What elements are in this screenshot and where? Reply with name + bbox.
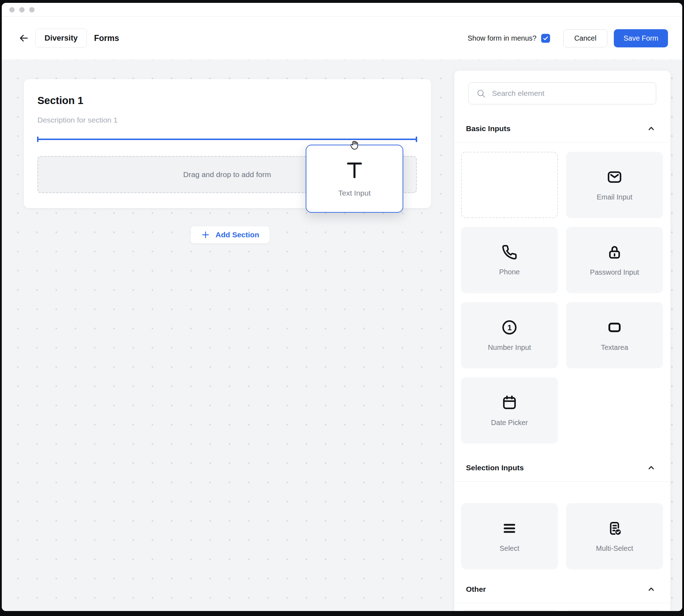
document-check-icon [606,520,623,537]
section-header-label: Selection Inputs [466,464,524,472]
chevron-up-icon [647,124,656,133]
element-card-label: Email Input [597,193,632,201]
section-header-label: Other [466,585,486,594]
dragged-element-label: Text Input [338,189,370,197]
back-arrow-icon [19,33,29,43]
window-close-button[interactable] [9,7,15,12]
other-grid [454,603,670,611]
element-card-textarea[interactable]: Textarea [566,302,663,368]
add-section-button[interactable]: Add Section [191,226,270,243]
add-section-label: Add Section [216,231,259,239]
show-form-checkbox[interactable] [541,34,550,43]
element-card-label: Phone [499,268,520,276]
checkmark-icon [543,35,549,41]
collapse-button[interactable] [647,124,656,133]
element-card-email-input[interactable]: Email Input [566,152,663,218]
grab-cursor-icon [349,139,360,151]
window-titlebar [2,3,682,17]
section-header-other[interactable]: Other [454,584,670,595]
save-form-button[interactable]: Save Form [614,29,668,47]
elements-sidebar: Basic Inputs Email Input [454,71,670,611]
list-icon [501,520,518,537]
plus-icon [201,230,210,239]
section-title[interactable]: Section 1 [37,95,83,107]
section-header-selection-inputs[interactable]: Selection Inputs [454,462,670,473]
element-card-label: Password Input [590,268,639,276]
element-search-box [468,82,656,104]
element-card-phone[interactable]: Phone [461,227,558,293]
dragged-element-text-input[interactable]: Text Input [306,145,403,213]
window-maximize-button[interactable] [29,7,35,12]
cancel-button[interactable]: Cancel [563,29,607,47]
element-card-number-input[interactable]: 1 Number Input [461,302,558,368]
dropzone-label: Drag and drop to add form [183,170,271,179]
search-icon [476,89,486,98]
element-card-label: Select [499,544,519,553]
element-card-multi-select[interactable]: Multi-Select [566,503,663,569]
form-canvas: Section 1 Description for section 1 Drag… [2,59,682,611]
collapse-button[interactable] [647,585,656,594]
element-card-partial[interactable] [461,610,558,611]
element-card-select[interactable]: Select [461,503,558,569]
show-form-label: Show form in menus? [468,34,537,42]
number-one-icon: 1 [501,319,518,336]
element-card-date-picker[interactable]: Date Picker [461,377,558,444]
element-card-partial[interactable] [566,610,663,611]
element-card-label: Multi-Select [596,544,633,553]
svg-text:1: 1 [507,323,512,332]
text-input-icon [345,160,364,180]
chevron-up-icon [647,464,656,472]
form-name-button[interactable]: Diversity [35,29,87,48]
app-window: Diversity Forms Show form in menus? Canc… [2,3,682,611]
back-button[interactable] [16,30,32,46]
element-card-label: Number Input [488,343,531,352]
email-icon [606,169,623,185]
element-card-label: Textarea [601,343,628,352]
app-header: Diversity Forms Show form in menus? Canc… [2,17,682,59]
basic-inputs-grid: Email Input Phone [454,143,670,444]
element-card-empty-slot [461,152,558,218]
phone-icon [502,244,517,260]
element-card-label: Date Picker [491,419,528,427]
section-description[interactable]: Description for section 1 [37,116,118,124]
chevron-up-icon [647,585,656,594]
collapse-button[interactable] [647,464,656,472]
search-input[interactable] [492,89,648,98]
page-title: Forms [94,33,119,43]
calendar-icon [501,394,518,411]
textarea-icon [606,319,623,336]
element-card-password-input[interactable]: Password Input [566,227,663,293]
window-minimize-button[interactable] [19,7,25,12]
section-header-basic-inputs[interactable]: Basic Inputs [454,123,670,134]
lock-icon [606,244,623,260]
selection-inputs-grid: Select Multi-Select [454,482,670,569]
section-header-label: Basic Inputs [466,124,511,133]
